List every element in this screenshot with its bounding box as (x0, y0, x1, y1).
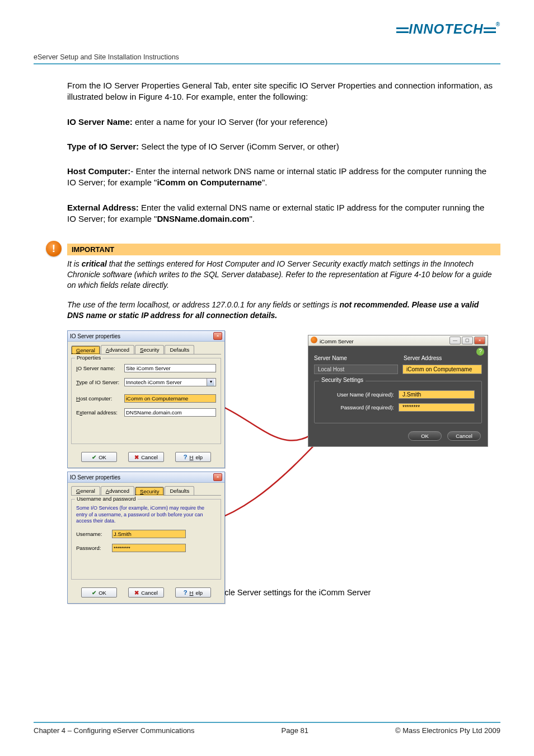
logo-bars-right-icon (484, 25, 496, 35)
dialog-title: IO Server properties (70, 474, 120, 480)
dialog-title: iComm Server (320, 338, 354, 344)
ok-button[interactable]: OK (81, 452, 117, 462)
password-label: Password (if required): (321, 404, 399, 410)
dialog-icomm-server: iComm Server — ▢ × ? Server Name Server … (308, 335, 488, 447)
password-label: Password: (76, 545, 109, 551)
password-input[interactable]: ******** (399, 403, 475, 412)
field-type-of-io-server: Type of IO Server: Select the type of IO… (67, 141, 495, 152)
username-label: User Name (if required): (321, 391, 399, 398)
cancel-button[interactable]: Cancel (447, 431, 481, 441)
important-body: It is critical that the settings entered… (67, 259, 495, 320)
tab-general[interactable]: General (71, 346, 100, 354)
field-io-server-name: IO Server Name: enter a name for your IO… (67, 116, 495, 128)
column-server-name: Server Name (314, 355, 404, 361)
close-icon[interactable]: × (213, 332, 222, 340)
tab-general[interactable]: General (71, 486, 100, 495)
dialog-title: IO Server properties (70, 333, 120, 339)
field-external-address: External Address: Enter the valid extern… (67, 202, 495, 225)
document-header: eServer Setup and Site Installation Inst… (34, 53, 500, 64)
tab-advanced[interactable]: Advanced (101, 345, 134, 354)
ok-button[interactable]: OK (408, 431, 442, 441)
io-server-name-input[interactable] (124, 364, 216, 372)
column-server-address: Server Address (404, 355, 482, 361)
maximize-icon[interactable]: ▢ (462, 337, 473, 344)
cancel-button[interactable]: Cancel (128, 452, 164, 462)
group-label: Username and password (75, 496, 138, 502)
host-computer-label: Host computer: (76, 395, 121, 402)
important-heading: ! IMPORTANT (67, 244, 500, 255)
footer-left: Chapter 4 – Configuring eServer Communic… (34, 726, 195, 735)
footer-center: Page 81 (282, 726, 308, 735)
dialog-io-server-properties-general: IO Server properties × General Advanced … (67, 330, 225, 468)
io-server-name-label: IO Server name: (76, 365, 121, 371)
server-name-value[interactable]: Local Host (314, 365, 398, 374)
tab-defaults[interactable]: Defaults (165, 486, 194, 495)
intro-paragraph: From the IO Server Properties General Ta… (67, 80, 495, 103)
logo-bars-left-icon (396, 25, 409, 35)
password-input[interactable] (112, 544, 186, 552)
close-icon[interactable]: × (474, 337, 485, 344)
username-input[interactable]: J.Smith (399, 390, 475, 399)
group-label: Properties (75, 354, 102, 361)
type-of-io-server-select[interactable]: Innotech iComm Server ▾ (124, 378, 216, 386)
type-of-io-server-label: Type of IO Server: (76, 379, 121, 385)
brand-logo: INNOTECH® (396, 21, 500, 37)
tab-security[interactable]: Security (135, 345, 164, 354)
tab-defaults[interactable]: Defaults (165, 345, 194, 354)
security-description: Some I/O Services (for example, iComm) m… (76, 505, 216, 524)
host-computer-input[interactable] (124, 394, 216, 403)
username-label: Username: (76, 531, 109, 537)
footer-right: © Mass Electronics Pty Ltd 2009 (395, 726, 500, 735)
external-address-label: External address: (76, 409, 121, 416)
figure-4-10: IO Server properties × General Advanced … (67, 330, 500, 582)
ok-button[interactable]: OK (81, 587, 117, 598)
minimize-icon[interactable]: — (449, 337, 461, 344)
close-icon[interactable]: × (213, 473, 222, 481)
page-footer: Chapter 4 – Configuring eServer Communic… (34, 722, 500, 735)
tab-advanced[interactable]: Advanced (101, 486, 134, 495)
external-address-input[interactable] (124, 408, 216, 417)
server-address-value[interactable]: iComm on Computername (402, 365, 482, 374)
help-button[interactable]: Help (175, 452, 211, 462)
app-icon (311, 337, 317, 343)
help-button[interactable]: Help (175, 587, 211, 598)
alert-icon: ! (46, 241, 62, 256)
cancel-button[interactable]: Cancel (128, 587, 164, 598)
tab-security[interactable]: Security (135, 487, 164, 496)
dialog-io-server-properties-security: IO Server properties × General Advanced … (67, 472, 225, 604)
chevron-down-icon[interactable]: ▾ (207, 379, 214, 386)
username-input[interactable] (112, 530, 186, 538)
security-settings-label: Security Settings (319, 377, 366, 383)
field-host-computer: Host Computer:- Enter the internal netwo… (67, 166, 495, 189)
